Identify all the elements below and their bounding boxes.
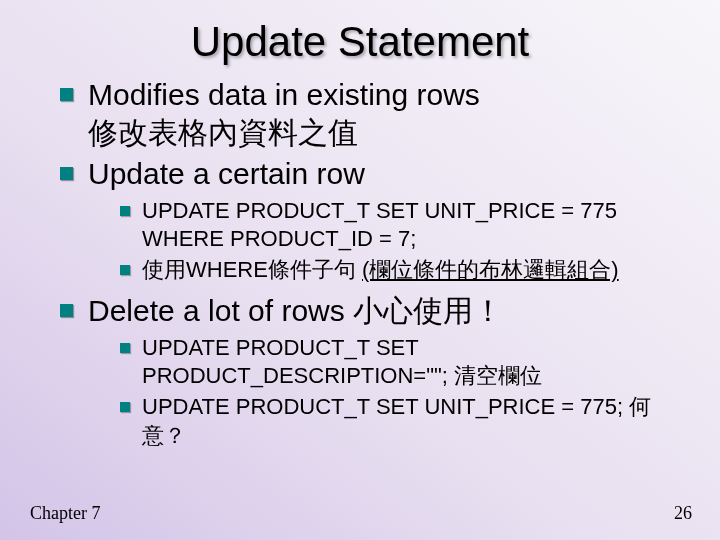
- square-bullet-icon: [120, 343, 130, 353]
- sub-bullet-item: 使用WHERE條件子句 (欄位條件的布林邏輯組合): [120, 256, 680, 285]
- square-bullet-icon: [120, 265, 130, 275]
- square-bullet-icon: [120, 206, 130, 216]
- bullet-item: Update a certain row UPDATE PRODUCT_T SE…: [60, 155, 680, 290]
- sub-bullet-item: UPDATE PRODUCT_T SET UNIT_PRICE = 775; 何…: [120, 393, 680, 450]
- sub-bullet-item: UPDATE PRODUCT_T SET UNIT_PRICE = 775 WH…: [120, 197, 680, 254]
- square-bullet-icon: [60, 88, 73, 101]
- sub-bullet-text: UPDATE PRODUCT_T SET UNIT_PRICE = 775; 何…: [142, 393, 680, 450]
- bullet-text: Delete a lot of rows 小心使用！: [88, 292, 680, 330]
- square-bullet-icon: [60, 304, 73, 317]
- bullet-text: Update a certain row: [88, 155, 680, 193]
- slide-content: Modifies data in existing rows 修改表格內資料之值…: [0, 66, 720, 456]
- bullet-subtext: 修改表格內資料之值: [88, 114, 680, 154]
- bullet-item: Delete a lot of rows 小心使用！ UPDATE PRODUC…: [60, 292, 680, 456]
- slide-title: Update Statement: [0, 0, 720, 66]
- bullet-item: Modifies data in existing rows 修改表格內資料之值: [60, 76, 680, 153]
- bullet-text: Modifies data in existing rows: [88, 76, 680, 114]
- square-bullet-icon: [120, 402, 130, 412]
- footer-chapter: Chapter 7: [30, 503, 100, 524]
- square-bullet-icon: [60, 167, 73, 180]
- underlined-text: (欄位條件的布林邏輯組合): [362, 257, 619, 282]
- sub-bullet-item: UPDATE PRODUCT_T SET PRODUCT_DESCRIPTION…: [120, 334, 680, 391]
- sub-bullet-text: UPDATE PRODUCT_T SET PRODUCT_DESCRIPTION…: [142, 334, 680, 391]
- page-number: 26: [674, 503, 692, 524]
- sub-bullet-text: 使用WHERE條件子句 (欄位條件的布林邏輯組合): [142, 256, 680, 285]
- sub-bullet-text: UPDATE PRODUCT_T SET UNIT_PRICE = 775 WH…: [142, 197, 680, 254]
